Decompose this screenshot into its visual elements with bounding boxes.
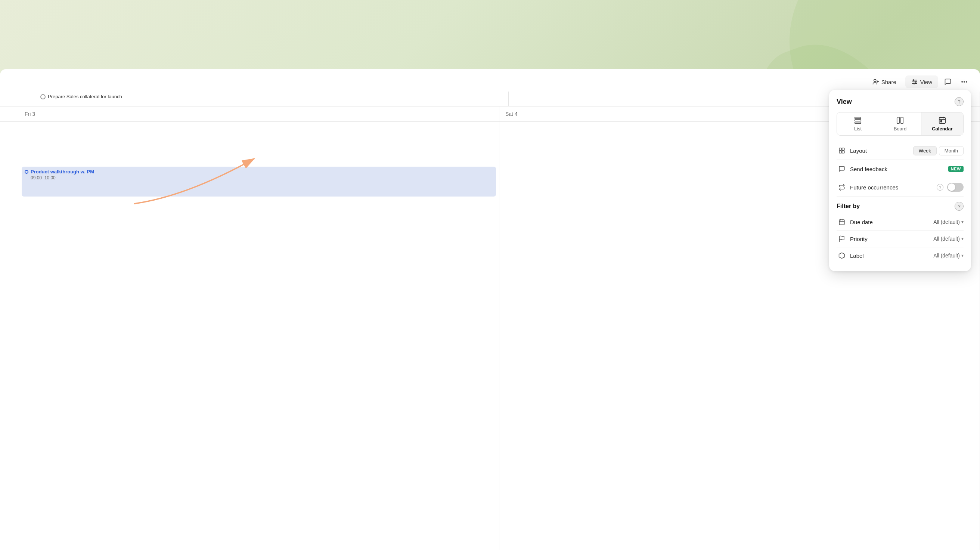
feedback-label: Send feedback	[850, 166, 945, 172]
share-icon	[872, 78, 879, 85]
time-gutter	[0, 122, 19, 550]
panel-title: View	[837, 98, 852, 106]
share-button[interactable]: Share	[867, 75, 902, 88]
svg-point-10	[964, 81, 965, 83]
feedback-icon	[837, 164, 847, 174]
label-chevron: ▾	[961, 253, 964, 258]
label-value[interactable]: All (default) ▾	[933, 253, 964, 258]
layout-month-btn[interactable]: Month	[939, 146, 964, 155]
calendar-view-label: Calendar	[932, 126, 953, 132]
filter-label-row: Label All (default) ▾	[837, 247, 964, 264]
task-cell-fri: Prepare Sales collateral for launch	[37, 92, 509, 106]
svg-rect-17	[901, 117, 903, 124]
view-type-calendar[interactable]: Calendar	[921, 112, 963, 135]
future-occurrences-help[interactable]: ?	[937, 184, 943, 191]
view-button[interactable]: View	[905, 75, 938, 88]
filter-by-title: Filter by	[837, 203, 860, 210]
calendar-view-icon	[938, 116, 947, 124]
due-date-value[interactable]: All (default) ▾	[933, 219, 964, 225]
day-col-fri: Product walkthrough w. PM 09:00–10:00	[19, 122, 500, 550]
share-label: Share	[881, 79, 896, 85]
app-window: Share View Prepar	[0, 69, 980, 550]
priority-value-text: All (default)	[933, 236, 960, 242]
future-occurrences-label: Future occurrences	[850, 184, 934, 191]
svg-rect-25	[839, 151, 842, 153]
more-button[interactable]	[958, 75, 971, 89]
svg-rect-24	[842, 148, 845, 150]
svg-rect-23	[839, 148, 842, 150]
svg-rect-16	[897, 117, 899, 124]
view-panel: View ? List Board Cal	[829, 90, 971, 271]
layout-week-btn[interactable]: Week	[913, 146, 937, 155]
priority-value[interactable]: All (default) ▾	[933, 236, 964, 242]
filter-help-button[interactable]: ?	[955, 202, 964, 211]
svg-point-9	[962, 81, 963, 83]
list-view-label: List	[854, 126, 862, 132]
svg-point-7	[915, 81, 916, 83]
event-time: 09:00–10:00	[25, 175, 493, 180]
view-type-list[interactable]: List	[837, 112, 879, 135]
filter-due-date-row: Due date All (default) ▾	[837, 214, 964, 231]
layout-options: Week Month	[913, 146, 964, 155]
label-icon	[837, 250, 847, 261]
label-filter-label: Label	[850, 253, 933, 259]
label-value-text: All (default)	[933, 253, 960, 258]
priority-chevron: ▾	[961, 236, 964, 241]
layout-icon	[837, 145, 847, 156]
svg-rect-13	[855, 117, 861, 119]
send-feedback-row: Send feedback NEW	[837, 160, 964, 178]
svg-rect-15	[855, 122, 861, 124]
future-occurrences-row: Future occurrences ?	[837, 178, 964, 196]
more-icon	[961, 78, 968, 86]
svg-rect-18	[939, 118, 946, 124]
list-view-icon	[854, 116, 862, 124]
comment-icon	[944, 78, 951, 86]
future-occurrences-toggle[interactable]	[947, 183, 964, 192]
task-circle	[40, 94, 46, 99]
due-date-chevron: ▾	[961, 219, 964, 225]
comment-button[interactable]	[941, 75, 955, 89]
svg-point-0	[873, 79, 876, 81]
layout-row: Layout Week Month	[837, 142, 964, 160]
svg-point-6	[913, 80, 914, 81]
task-label: Prepare Sales collateral for launch	[48, 94, 122, 99]
svg-rect-27	[839, 220, 845, 225]
list-item: Prepare Sales collateral for launch	[40, 93, 505, 100]
svg-rect-22	[940, 121, 942, 122]
priority-icon	[837, 234, 847, 244]
due-date-icon	[837, 217, 847, 227]
svg-marker-32	[839, 253, 845, 258]
filter-priority-row: Priority All (default) ▾	[837, 231, 964, 247]
svg-point-8	[913, 83, 915, 84]
filter-by-header: Filter by ?	[837, 196, 964, 214]
sliders-icon	[911, 78, 918, 85]
svg-rect-14	[855, 120, 861, 121]
event-dot	[25, 170, 29, 174]
board-view-label: Board	[894, 126, 907, 132]
view-label: View	[920, 79, 932, 85]
svg-point-11	[966, 81, 967, 83]
view-type-row: List Board Calendar	[837, 112, 964, 136]
due-date-label: Due date	[850, 219, 933, 225]
calendar-event[interactable]: Product walkthrough w. PM 09:00–10:00	[22, 167, 496, 196]
layout-label: Layout	[850, 148, 913, 154]
panel-help-button[interactable]: ?	[955, 97, 964, 106]
panel-header: View ?	[837, 97, 964, 106]
recurrence-icon	[837, 182, 847, 193]
day-header-fri: Fri 3	[19, 107, 500, 121]
event-title: Product walkthrough w. PM	[30, 169, 94, 174]
due-date-value-text: All (default)	[933, 219, 960, 225]
priority-label: Priority	[850, 236, 933, 242]
new-badge: NEW	[948, 166, 964, 172]
view-type-board[interactable]: Board	[879, 112, 921, 135]
board-view-icon	[896, 116, 904, 124]
svg-rect-26	[842, 151, 845, 153]
